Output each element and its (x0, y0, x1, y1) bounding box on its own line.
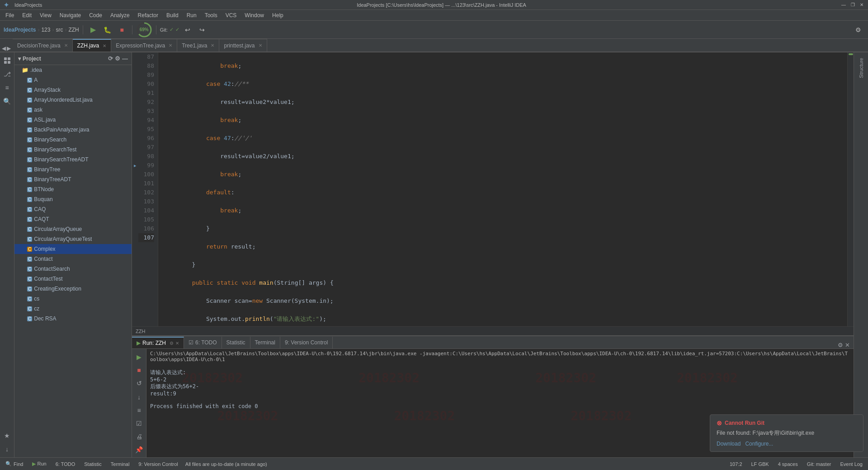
menu-build[interactable]: Build (163, 11, 182, 19)
tab-close-zzh[interactable]: ✕ (103, 43, 106, 48)
tree-item-idea[interactable]: 📁 .idea (14, 65, 132, 75)
project-name[interactable]: IdeaProjects (4, 27, 36, 33)
bottom-tab-vcs[interactable]: 9: Version Control (280, 337, 333, 348)
tree-item-CAQ[interactable]: C CAQ (14, 204, 132, 214)
menu-vcs[interactable]: VCS (222, 11, 241, 19)
status-terminal[interactable]: Terminal (109, 461, 132, 468)
tree-item-cs[interactable]: C cs (14, 294, 132, 304)
project-gear-icon[interactable]: ⚙ (115, 55, 120, 62)
tab-expressiontree[interactable]: ExpressionTree.java ✕ (111, 39, 177, 52)
tree-item-Complex[interactable]: C Complex (14, 244, 132, 254)
run-settings-icon[interactable]: ⚙ (170, 341, 174, 346)
tab-tree1[interactable]: Tree1.java ✕ (177, 39, 219, 52)
tree-item-BackPainAnalyzer[interactable]: C BackPainAnalyzer.java (14, 125, 132, 135)
maximize-button[interactable]: ❐ (850, 2, 855, 8)
tree-item-DecRSA[interactable]: C Dec RSA (14, 314, 132, 324)
fold-icon[interactable]: ▸ (132, 161, 138, 170)
tab-close-printtest[interactable]: ✕ (259, 43, 262, 48)
status-position[interactable]: 107:2 (728, 461, 744, 468)
notification-configure-link[interactable]: Configure... (745, 441, 773, 447)
tab-decisiontree[interactable]: DecisionTree.java ✕ (13, 39, 73, 52)
bottom-tab-run[interactable]: ▶ Run: ZZH ⚙ ✕ (132, 337, 184, 348)
tree-item-A[interactable]: C A (14, 75, 132, 85)
tab-printtest[interactable]: printtest.java ✕ (219, 39, 267, 52)
status-encoding[interactable]: LF GBK (750, 461, 771, 468)
status-vcs[interactable]: 9: Version Control (137, 461, 179, 468)
tree-item-BinarySearch[interactable]: C BinarySearch (14, 135, 132, 145)
run-filter-icon[interactable]: ☑ (133, 417, 146, 429)
tree-item-CreatingExeception[interactable]: C CreatingExeception (14, 284, 132, 294)
menu-refactor[interactable]: Refactor (134, 11, 162, 19)
tree-item-ContactSearch[interactable]: C ContactSearch (14, 264, 132, 274)
run-stop-btn[interactable]: ■ (133, 364, 146, 376)
tab-nav-prev[interactable]: ◀ (2, 45, 6, 52)
status-indent[interactable]: 4 spaces (776, 461, 800, 468)
status-statistic[interactable]: Statistic (82, 461, 104, 468)
tab-close-expressiontree[interactable]: ✕ (169, 43, 172, 48)
status-todo[interactable]: 6: TODO (54, 461, 77, 468)
tree-item-BTNode[interactable]: C BTNode (14, 184, 132, 194)
breadcrumb-123[interactable]: 123 (41, 27, 50, 33)
run-pin-icon[interactable]: 📌 (133, 443, 146, 456)
sidebar-structure-icon[interactable]: ≡ (1, 81, 14, 94)
breadcrumb-zzh[interactable]: ZZH (68, 27, 79, 33)
tree-item-BinaryTreeADT[interactable]: C BinaryTreeADT (14, 174, 132, 184)
menu-analyze[interactable]: Analyze (107, 11, 133, 19)
run-print-icon[interactable]: 🖨 (133, 430, 146, 442)
tree-item-cz[interactable]: C cz (14, 304, 132, 314)
menu-code[interactable]: Code (85, 11, 106, 19)
tab-close-tree1[interactable]: ✕ (211, 43, 214, 48)
project-dropdown-icon[interactable]: ▾ (18, 56, 21, 62)
tree-item-ask[interactable]: C ask (14, 105, 132, 115)
code-content[interactable]: break; case 42://** result=value2*value1… (158, 52, 847, 326)
project-sync-icon[interactable]: ⟳ (108, 55, 113, 62)
menu-view[interactable]: View (36, 11, 55, 19)
bottom-tab-terminal[interactable]: Terminal (250, 337, 280, 348)
menu-file[interactable]: File (2, 11, 18, 19)
git-check1[interactable]: ✓ (170, 27, 174, 33)
toolbar-debug-btn[interactable]: 🐛 (101, 24, 114, 36)
project-collapse-icon[interactable]: — (122, 55, 128, 62)
tab-zzh[interactable]: ZZH.java ✕ (73, 39, 112, 52)
git-check2[interactable]: ✓ (175, 27, 179, 33)
bottom-settings-icon[interactable]: ⚙ (838, 342, 843, 348)
status-event-log[interactable]: Event Log (838, 461, 864, 468)
sidebar-commit-icon[interactable]: ⎇ (1, 68, 14, 80)
menu-run[interactable]: Run (183, 11, 200, 19)
structure-tab[interactable]: Structure (857, 54, 866, 82)
minimize-button[interactable]: — (841, 2, 846, 8)
tree-item-ArrayUnorderedList[interactable]: C ArrayUnorderedList.java (14, 95, 132, 105)
toolbar-stop-btn[interactable]: ■ (116, 24, 128, 36)
toolbar-settings-btn[interactable]: ⚙ (852, 24, 864, 36)
status-find[interactable]: 🔍 Find (4, 460, 25, 468)
tree-item-Buquan[interactable]: C Buquan (14, 194, 132, 204)
code-editor[interactable]: ▸ 87 88 89 90 91 92 (132, 52, 854, 326)
tree-item-ArrayStack[interactable]: C ArrayStack (14, 85, 132, 95)
close-button[interactable]: ✕ (859, 2, 864, 8)
sidebar-favorites-icon[interactable]: ★ (1, 429, 14, 442)
run-rerun-btn[interactable]: ▶ (133, 351, 146, 363)
menu-help[interactable]: Help (269, 11, 287, 19)
sidebar-bottom-icon[interactable]: ↓ (1, 443, 14, 456)
tree-item-CircularArrayQueue[interactable]: C CircularArrayQueue (14, 224, 132, 234)
tree-item-BinarySearchTreeADT[interactable]: C BinarySearchTreeADT (14, 155, 132, 164)
status-git-master[interactable]: Git: master (805, 461, 833, 468)
tab-nav-next[interactable]: ▶ (7, 45, 11, 52)
tree-item-ContactTest[interactable]: C ContactTest (14, 274, 132, 284)
toolbar-undo-btn[interactable]: ↩ (181, 24, 194, 36)
menu-tools[interactable]: Tools (201, 11, 221, 19)
run-tab-close[interactable]: ✕ (175, 341, 179, 346)
tree-item-BinarySearchTest[interactable]: C BinarySearchTest (14, 145, 132, 155)
tree-item-BinaryTree[interactable]: C BinaryTree (14, 164, 132, 174)
sidebar-find-icon[interactable]: 🔍 (1, 95, 14, 108)
toolbar-run-btn[interactable]: ▶ (87, 24, 99, 36)
tab-close-decisiontree[interactable]: ✕ (64, 43, 68, 48)
notification-download-link[interactable]: Download (717, 441, 741, 447)
toolbar-redo-btn[interactable]: ↪ (196, 24, 208, 36)
bottom-close-icon[interactable]: ✕ (845, 342, 850, 348)
menu-edit[interactable]: Edit (19, 11, 35, 19)
bottom-tab-todo[interactable]: ☑ 6: TODO (184, 337, 222, 348)
breadcrumb-src[interactable]: src (56, 27, 63, 33)
status-run[interactable]: ▶ Run (30, 460, 48, 468)
run-tree-view-icon[interactable]: ≡ (133, 404, 146, 416)
